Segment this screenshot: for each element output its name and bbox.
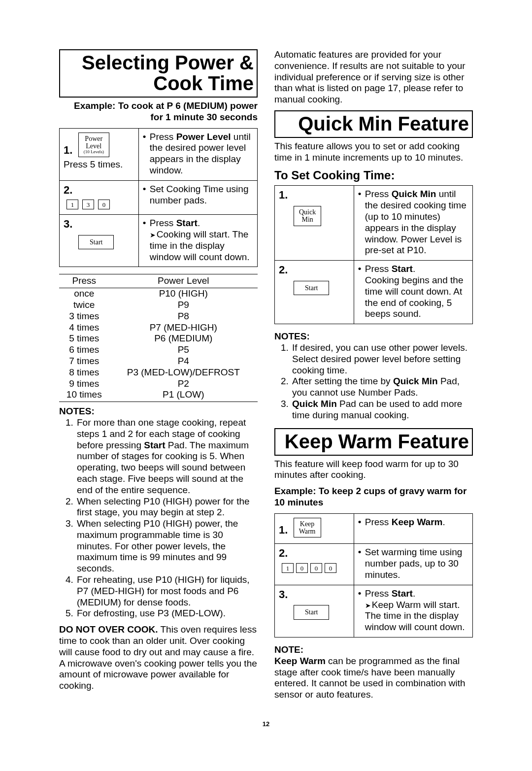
power-level-table: PressPower Level onceP10 (HIGH) twiceP9 …	[59, 274, 258, 402]
step-desc: Set Cooking Time using number pads.	[143, 184, 253, 206]
key: 3	[82, 200, 94, 209]
step-desc: Set warming time using number pads, up t…	[358, 547, 468, 580]
page-number: 12	[59, 720, 473, 728]
heading-quick-min: Quick Min Feature	[274, 110, 473, 138]
example-header-warm: Example: To keep 2 cups of gravy warm fo…	[274, 486, 473, 508]
warm-note: Keep Warm can be programmed as the final…	[274, 656, 473, 701]
key: 1	[282, 563, 294, 573]
cell: P9	[109, 300, 258, 311]
text: .	[413, 264, 415, 274]
btn-line: Power	[84, 135, 104, 142]
step-desc: Press Start. Cooking will start. The tim…	[143, 218, 253, 263]
cell: 3 times	[59, 311, 109, 322]
note-heading: NOTE:	[274, 644, 473, 656]
step-number: 1.	[64, 143, 72, 156]
cell: P6 (MEDIUM)	[109, 333, 258, 344]
text: .	[442, 517, 445, 527]
text: Cooking begins and the time will count d…	[365, 275, 468, 320]
text: Press	[365, 264, 392, 274]
cell: 5 times	[59, 333, 109, 344]
text: Cooking will start. The time in the disp…	[150, 229, 250, 262]
notes-list: For more than one stage cooking, repeat …	[59, 417, 258, 619]
btn-line: Min	[299, 216, 316, 223]
cell: P1 (LOW)	[109, 389, 258, 402]
step-number: 3.	[64, 218, 72, 230]
cell: 6 times	[59, 344, 109, 356]
btn-line: Keep	[299, 520, 316, 528]
text-bold: Start	[176, 218, 198, 228]
cell: 4 times	[59, 322, 109, 334]
text: Press	[150, 218, 176, 228]
text-bold: Keep Warm	[392, 517, 443, 527]
step-number: 3.	[279, 588, 288, 601]
step-row: 3. Start Press Start. Cooking will start…	[60, 215, 258, 267]
step-number: 2.	[279, 264, 288, 276]
quick-intro: This feature allows you to set or add co…	[274, 141, 473, 164]
notes-list: If desired, you can use other power leve…	[274, 342, 473, 421]
text: .	[413, 588, 415, 599]
text: .	[198, 218, 200, 228]
key: 0	[310, 563, 322, 573]
step-number: 1.	[279, 189, 288, 201]
step-row: 2. 1 3 0 Set Cooking Time using number p…	[60, 180, 258, 214]
right-column: Automatic features are provided for your…	[274, 49, 473, 705]
cell: P5	[109, 344, 258, 356]
note-item: Quick Min Pad can be used to add more ti…	[291, 399, 473, 421]
note-item: For more than one stage cooking, repeat …	[76, 417, 258, 496]
step-row: 2. 1 0 0 0 Set warming time using number…	[275, 544, 473, 585]
btn-line: Warm	[299, 528, 316, 535]
heading-selecting-power: Selecting Power & Cook Time	[59, 49, 258, 98]
step-desc: Press Power Level until the desired powe…	[143, 132, 253, 176]
notes-heading: NOTES:	[59, 406, 258, 417]
text: Press	[150, 132, 176, 142]
btn-line: Level	[84, 142, 104, 150]
intro-text: Automatic features are provided for your…	[274, 49, 473, 105]
cell: P7 (MED-HIGH)	[109, 322, 258, 334]
left-column: Selecting Power & Cook Time Example: To …	[59, 49, 258, 705]
btn-line: (10 Levels)	[84, 150, 104, 155]
number-pad: 1 3 0	[66, 200, 134, 209]
text-bold: Start	[392, 264, 413, 274]
step-number: 1.	[279, 524, 288, 536]
quick-min-button: Quick Min	[294, 206, 321, 226]
steps-table-quick: 1. Quick Min Press Quick Min until the d…	[274, 185, 473, 324]
key: 0	[296, 563, 308, 573]
note-item: After setting the time by Quick Min Pad,…	[291, 376, 473, 399]
cell: 8 times	[59, 367, 109, 378]
step-row: 2. Start Press Start. Cooking begins and…	[275, 261, 473, 324]
step-row: 1. Quick Min Press Quick Min until the d…	[275, 186, 473, 261]
cell: twice	[59, 300, 109, 311]
step-row: 1. Keep Warm Press Keep Warm.	[275, 513, 473, 544]
cell: P4	[109, 356, 258, 367]
notes-heading: NOTES:	[274, 331, 473, 342]
start-button: Start	[294, 281, 329, 295]
note-item: When selecting P10 (HIGH) power, the max…	[76, 518, 258, 574]
heading-keep-warm: Keep Warm Feature	[274, 428, 473, 456]
step-row: 1. Power Level (10 Levels) Press 5 times…	[60, 128, 258, 180]
start-button: Start	[78, 235, 114, 249]
btn-line: Quick	[299, 208, 316, 216]
example-header-cook: Example: To cook at P 6 (MEDIUM) power f…	[59, 101, 258, 123]
text: Press	[365, 189, 392, 199]
warm-intro: This feature will keep food warm for up …	[274, 459, 473, 481]
cell: P8	[109, 311, 258, 322]
step-desc: Press Quick Min until the desired cookin…	[358, 189, 468, 256]
note-item: For defrosting, use P3 (MED-LOW).	[76, 608, 258, 619]
cell: 7 times	[59, 356, 109, 367]
step-caption: Press 5 times.	[64, 159, 134, 170]
text: Press	[365, 517, 392, 527]
arrow-icon	[365, 600, 372, 610]
keep-warm-button: Keep Warm	[294, 518, 321, 538]
start-button: Start	[294, 605, 329, 619]
step-desc: Press Keep Warm.	[358, 517, 468, 528]
note-item: When selecting P10 (HIGH) power for the …	[76, 496, 258, 519]
warning-text: DO NOT OVER COOK. This oven requires les…	[59, 624, 258, 692]
key: 0	[98, 200, 110, 209]
steps-table-warm: 1. Keep Warm Press Keep Warm. 2. 1	[274, 513, 473, 637]
text: Keep Warm will start. The time in the di…	[365, 600, 465, 633]
col-header: Power Level	[109, 274, 258, 288]
power-level-button: Power Level (10 Levels)	[78, 133, 109, 158]
subheading-set-cook-time: To Set Cooking Time:	[274, 168, 473, 183]
arrow-icon	[150, 229, 157, 239]
note-item: For reheating, use P10 (HIGH) for liquid…	[76, 574, 258, 608]
